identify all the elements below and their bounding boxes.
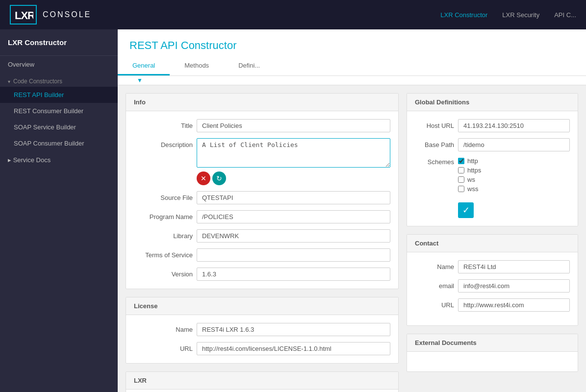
- nav-api-c[interactable]: API C...: [554, 11, 576, 19]
- logo-area: LXR CONSOLE: [10, 5, 91, 24]
- lxr-card: LXR Environment: [126, 371, 399, 392]
- contact-email-input[interactable]: [458, 279, 570, 293]
- sidebar: LXR Constructor Overview ▾ Code Construc…: [0, 29, 118, 392]
- save-button[interactable]: ✓: [458, 202, 474, 218]
- sidebar-item-soap-consumer-builder[interactable]: SOAP Consumer Builder: [0, 135, 118, 151]
- library-input[interactable]: [197, 229, 390, 243]
- external-docs-header: External Documents: [407, 334, 578, 352]
- scheme-http-label: http: [467, 157, 478, 165]
- refresh-button[interactable]: ↻: [212, 172, 226, 185]
- contact-name-row: Name: [415, 260, 570, 273]
- description-label: Description: [134, 138, 193, 148]
- tab-general[interactable]: General: [118, 57, 170, 75]
- terms-row: Terms of Service: [134, 248, 390, 262]
- global-defs-card: Global Definitions Host URL Base Path: [407, 93, 578, 226]
- sidebar-section-code-constructors[interactable]: ▾ Code Constructors: [0, 73, 118, 87]
- tabs-bar: General Methods Defini...: [118, 57, 586, 75]
- save-btn-row: ✓: [415, 198, 570, 218]
- lxr-card-header: LXR: [126, 372, 398, 390]
- version-input[interactable]: [197, 268, 390, 281]
- contact-name-input[interactable]: [458, 260, 570, 273]
- nav-lxr-security[interactable]: LXR Security: [502, 11, 539, 19]
- logo-icon: LXR: [10, 5, 37, 24]
- info-card-body: Title Description A List of Client Polic…: [126, 111, 398, 289]
- schemes-options: http https ws: [458, 157, 481, 193]
- chevron-down-icon: ▾: [8, 79, 10, 84]
- description-action-buttons: ✕ ↻: [197, 172, 390, 185]
- scheme-ws-checkbox[interactable]: [458, 176, 464, 183]
- contact-email-label: email: [415, 282, 454, 290]
- base-path-row: Base Path: [415, 138, 570, 151]
- info-card: Info Title Description A List of Client …: [126, 93, 399, 289]
- scheme-http: http: [458, 157, 481, 165]
- right-col: Global Definitions Host URL Base Path: [407, 93, 578, 392]
- library-label: Library: [134, 229, 193, 240]
- scheme-ws-label: ws: [467, 176, 475, 183]
- source-file-label: Source File: [134, 191, 193, 201]
- terms-label: Terms of Service: [134, 248, 193, 259]
- sidebar-section-label: Code Constructors: [13, 78, 62, 85]
- license-url-input[interactable]: [197, 342, 390, 355]
- sidebar-item-service-docs[interactable]: ▸ Service Docs: [0, 151, 118, 169]
- description-row: Description A List of Client Policies ✕ …: [134, 138, 390, 185]
- scheme-https-checkbox[interactable]: [458, 167, 464, 173]
- lxr-card-body: Environment: [126, 390, 398, 392]
- description-textarea[interactable]: A List of Client Policies: [197, 138, 390, 168]
- sidebar-item-rest-consumer-builder[interactable]: REST Consumer Builder: [0, 103, 118, 119]
- license-url-row: URL: [134, 342, 390, 355]
- two-col-layout: Info Title Description A List of Client …: [118, 85, 586, 392]
- license-name-input[interactable]: [197, 323, 390, 336]
- scheme-wss-label: wss: [467, 185, 478, 193]
- sidebar-item-overview[interactable]: Overview: [0, 56, 118, 73]
- console-label: CONSOLE: [43, 10, 91, 19]
- info-card-header: Info: [126, 94, 398, 111]
- top-nav: LXR CONSOLE LXR Constructor LXR Security…: [0, 0, 586, 29]
- contact-url-label: URL: [415, 301, 454, 309]
- source-file-input[interactable]: [197, 191, 390, 204]
- scheme-http-checkbox[interactable]: [458, 158, 464, 164]
- program-name-label: Program Name: [134, 210, 193, 220]
- license-card: License Name URL: [126, 297, 399, 364]
- program-name-row: Program Name: [134, 210, 390, 223]
- contact-name-label: Name: [415, 263, 454, 270]
- description-col: A List of Client Policies ✕ ↻: [197, 138, 390, 185]
- global-defs-header: Global Definitions: [407, 94, 578, 111]
- external-docs-body: [407, 352, 578, 371]
- sidebar-item-soap-service-builder[interactable]: SOAP Service Builder: [0, 119, 118, 135]
- nav-lxr-constructor[interactable]: LXR Constructor: [440, 11, 487, 19]
- base-path-label: Base Path: [415, 141, 454, 148]
- version-label: Version: [134, 268, 193, 278]
- schemes-label: Schemes: [415, 157, 454, 166]
- license-name-row: Name: [134, 323, 390, 336]
- host-url-input[interactable]: [458, 119, 570, 132]
- sidebar-title: LXR Constructor: [0, 29, 118, 56]
- title-label: Title: [134, 119, 193, 129]
- license-card-header: License: [126, 297, 398, 315]
- license-url-label: URL: [134, 342, 193, 352]
- content-area: REST API Constructor General Methods Def…: [118, 29, 586, 392]
- delete-button[interactable]: ✕: [197, 172, 210, 185]
- base-path-input[interactable]: [458, 138, 570, 151]
- tab-methods[interactable]: Methods: [170, 57, 224, 75]
- contact-card-header: Contact: [407, 235, 578, 252]
- page-title: REST API Constructor: [129, 39, 574, 52]
- title-input[interactable]: [197, 119, 390, 132]
- scheme-ws: ws: [458, 176, 481, 183]
- terms-input[interactable]: [197, 248, 390, 262]
- svg-text:LXR: LXR: [15, 9, 33, 22]
- library-row: Library: [134, 229, 390, 243]
- sidebar-item-rest-api-builder[interactable]: REST API Builder: [0, 87, 118, 103]
- external-docs-card: External Documents: [407, 334, 578, 372]
- tab-definitions[interactable]: Defini...: [224, 57, 275, 75]
- program-name-input[interactable]: [197, 210, 390, 223]
- left-col: Info Title Description A List of Client …: [126, 93, 399, 392]
- scheme-wss: wss: [458, 185, 481, 193]
- contact-card-body: Name email URL: [407, 252, 578, 325]
- license-card-body: Name URL: [126, 315, 398, 363]
- contact-url-input[interactable]: [458, 298, 570, 312]
- scheme-wss-checkbox[interactable]: [458, 186, 464, 192]
- version-row: Version: [134, 268, 390, 281]
- scheme-https-label: https: [467, 167, 481, 174]
- contact-card: Contact Name email URL: [407, 234, 578, 326]
- page-title-bar: REST API Constructor: [118, 29, 586, 52]
